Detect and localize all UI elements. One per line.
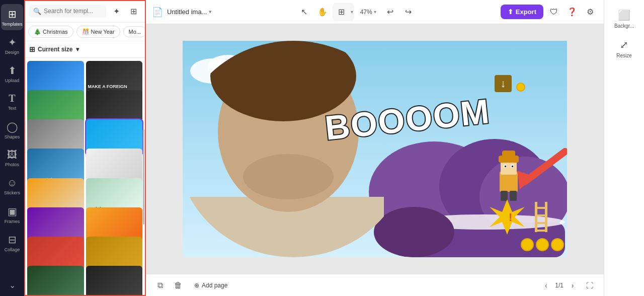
design-icon: ✦ <box>8 36 17 48</box>
shield-icon: 🛡 <box>550 8 558 17</box>
bottom-toolbar: ⧉ 🗑 ⊕ Add page ‹ 1/1 › ⛶ <box>146 274 604 296</box>
stickers-icon: ☺ <box>7 177 17 189</box>
document-title[interactable]: Untitled ima... ▾ <box>167 8 212 16</box>
canvas-svg: ! ↓ <box>183 41 567 257</box>
gear-icon: ⚙ <box>587 7 594 17</box>
svg-point-28 <box>536 239 548 251</box>
svg-point-29 <box>551 239 564 251</box>
search-input[interactable] <box>44 8 102 15</box>
sidebar-collapse-btn[interactable]: ⌄ <box>1 278 23 292</box>
canvas-area: Page 1 ⧉ … <box>146 24 604 274</box>
canvas-image[interactable]: ! ↓ <box>183 41 567 257</box>
upload-icon: ⬆ <box>8 64 17 77</box>
page-counter: 1/1 <box>555 282 564 289</box>
search-bar: 🔍 ✦ ⊞ <box>24 0 145 23</box>
search-input-wrapper[interactable]: 🔍 <box>29 5 106 18</box>
main-area: 📄 Untitled ima... ▾ ↖ ✋ ⊞ ▾ 47% ▾ ↩ ↪ ⬆ … <box>146 0 604 296</box>
pointer-tool-button[interactable]: ↖ <box>296 4 312 20</box>
sidebar-item-upload[interactable]: ⬆ Upload <box>1 60 23 87</box>
templates-panel: 🔍 ✦ ⊞ 🎄 Christmas 🎊 New Year Mo... ⊞ Cur… <box>24 0 146 296</box>
settings-button[interactable]: ⚙ <box>583 5 598 20</box>
export-button[interactable]: ⬆ Export <box>501 5 543 19</box>
sidebar-item-photos[interactable]: 🖼 Photos <box>1 145 23 171</box>
sidebar-item-templates[interactable]: ⊞ Templates <box>1 4 23 30</box>
template-card[interactable]: BEST <box>86 266 143 296</box>
prev-icon: ‹ <box>545 281 547 289</box>
svg-point-8 <box>374 207 454 257</box>
add-page-icon: ⊕ <box>194 282 199 289</box>
sidebar-item-frames[interactable]: ▣ Frames <box>1 201 23 228</box>
magic-icon: ✦ <box>113 7 120 16</box>
sidebar-item-text[interactable]: T Text <box>1 89 23 115</box>
fullscreen-button[interactable]: ⛶ <box>583 278 597 292</box>
svg-rect-17 <box>501 191 508 201</box>
sidebar-item-shapes[interactable]: ◯ Shapes <box>1 117 23 143</box>
resize-icon: ⤢ <box>620 39 628 51</box>
zoom-chevron-icon: ▾ <box>374 9 376 15</box>
svg-text:!: ! <box>509 211 512 224</box>
svg-rect-15 <box>505 166 506 167</box>
right-panel: ⬜ Backgr... ⤢ Resize <box>604 0 644 296</box>
copy-page-button[interactable]: ⧉ <box>153 278 167 292</box>
frames-icon: ▣ <box>8 205 17 217</box>
next-icon: › <box>572 281 574 289</box>
toolbar-right: ⬆ Export 🛡 ❓ ⚙ <box>501 5 598 20</box>
scroll-indicator <box>143 129 144 225</box>
document-icon: 📄 <box>152 7 163 18</box>
sidebar-item-design[interactable]: ✦ Design <box>1 32 23 58</box>
new-year-icon: 🎊 <box>82 28 90 35</box>
layout-chevron-icon: ▾ <box>351 9 353 15</box>
canvas-container: Page 1 ⧉ … <box>183 41 567 257</box>
next-page-button[interactable]: › <box>567 279 579 291</box>
add-page-button[interactable]: ⊕ Add page <box>189 279 232 291</box>
background-icon: ⬜ <box>618 9 630 21</box>
toolbar-center: ↖ ✋ ⊞ ▾ 47% ▾ ↩ ↪ <box>296 3 417 21</box>
redo-button[interactable]: ↪ <box>400 4 417 20</box>
search-icon: 🔍 <box>33 8 41 15</box>
svg-text:↓: ↓ <box>501 77 506 90</box>
tag-row: 🎄 Christmas 🎊 New Year Mo... <box>24 23 145 41</box>
help-icon: ❓ <box>567 7 577 17</box>
background-panel-button[interactable]: ⬜ Backgr... <box>608 5 640 33</box>
magic-wand-button[interactable]: ✦ <box>109 4 123 18</box>
size-dropdown[interactable]: ⊞ Current size ▾ <box>24 41 145 58</box>
trash-icon: 🗑 <box>174 281 182 290</box>
svg-rect-12 <box>502 151 515 158</box>
chevron-down-icon: ▾ <box>76 46 79 53</box>
photos-icon: 🖼 <box>7 149 17 161</box>
tag-christmas[interactable]: 🎄 Christmas <box>28 26 73 38</box>
left-sidebar: ⊞ Templates ✦ Design ⬆ Upload T Text ◯ S… <box>0 0 24 296</box>
tag-new-year[interactable]: 🎊 New Year <box>76 26 120 38</box>
svg-point-27 <box>521 239 533 251</box>
help-button[interactable]: ❓ <box>565 5 580 20</box>
templates-icon: ⊞ <box>8 8 17 20</box>
template-grid: SAN JUAN MAKE A FOREIGN FRIEND? PROMOTIO… <box>24 58 145 296</box>
title-chevron-icon: ▾ <box>209 9 212 15</box>
delete-page-button[interactable]: 🗑 <box>171 278 185 292</box>
svg-rect-25 <box>535 222 547 224</box>
svg-rect-21 <box>535 202 537 232</box>
collage-icon: ⊟ <box>8 234 17 246</box>
undo-button[interactable]: ↩ <box>382 4 398 20</box>
size-dropdown-icon: ⊞ <box>29 45 35 53</box>
template-card[interactable] <box>27 266 84 296</box>
svg-point-39 <box>243 154 334 199</box>
filter-icon: ⊞ <box>130 7 137 16</box>
svg-rect-16 <box>512 166 513 167</box>
svg-point-34 <box>517 83 525 91</box>
sidebar-item-stickers[interactable]: ☺ Stickers <box>1 173 23 199</box>
zoom-selector[interactable]: 47% ▾ <box>356 7 380 18</box>
shield-icon-btn[interactable]: 🛡 <box>546 5 561 20</box>
filter-button[interactable]: ⊞ <box>126 4 140 18</box>
chevron-down-icon: ⌄ <box>9 280 16 290</box>
tag-more[interactable]: Mo... <box>123 26 145 37</box>
christmas-icon: 🎄 <box>34 28 41 35</box>
layout-zoom-group: ⊞ ▾ <box>333 3 354 21</box>
page-navigation: ‹ 1/1 › <box>540 279 579 291</box>
hand-tool-button[interactable]: ✋ <box>314 4 331 20</box>
sidebar-bottom: ⌄ <box>1 278 23 292</box>
resize-panel-button[interactable]: ⤢ Resize <box>608 35 640 62</box>
sidebar-item-collage[interactable]: ⊟ Collage <box>1 230 23 256</box>
layout-button[interactable]: ⊞ <box>334 4 350 20</box>
prev-page-button[interactable]: ‹ <box>540 279 552 291</box>
